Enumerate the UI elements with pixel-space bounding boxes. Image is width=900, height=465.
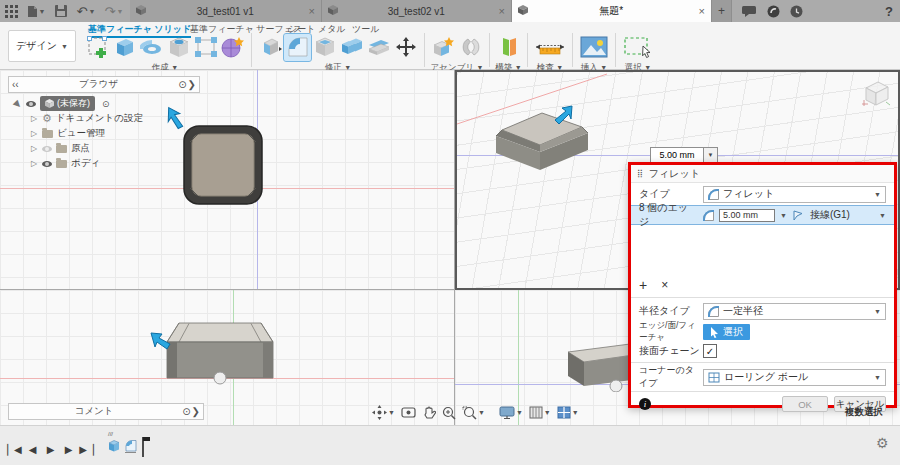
sketch-icon[interactable]	[84, 34, 111, 61]
panel-options-icon[interactable]: ⊙	[178, 79, 186, 90]
construction-plane-icon[interactable]	[495, 34, 522, 61]
add-edge-set-button[interactable]: +	[639, 277, 647, 293]
expand-triangle-icon[interactable]: ▶	[12, 97, 25, 110]
timeline-feature-box[interactable]: ///	[106, 438, 121, 457]
close-tab-icon[interactable]: ×	[499, 5, 505, 17]
app-grid-icon[interactable]	[0, 0, 22, 22]
folder-icon	[56, 160, 67, 168]
design-workspace-dropdown[interactable]: デザイン ▼	[8, 30, 76, 62]
model-canvas[interactable]: ‹‹ ブラウザ ⊙ ❯ ▶ (未保存) ⊙ ▷ ⚙ ドキュメントの設定 ▷	[0, 70, 900, 425]
info-icon[interactable]: i	[639, 398, 651, 410]
new-tab-button[interactable]: +	[712, 0, 732, 22]
form-icon[interactable]	[219, 34, 246, 61]
split-icon[interactable]	[365, 34, 392, 61]
go-to-start-button[interactable]: ▏◀	[6, 444, 22, 455]
tangent-chain-checkbox[interactable]: ✓	[703, 344, 717, 358]
expand-triangle-icon[interactable]: ▷	[30, 144, 38, 153]
dropdown-button[interactable]: ▼	[704, 147, 718, 163]
visibility-eye-off-icon[interactable]	[42, 146, 52, 152]
type-dropdown[interactable]: フィレット ▼	[703, 186, 886, 203]
browser-item-document-settings[interactable]: ▷ ⚙ ドキュメントの設定	[14, 111, 143, 126]
combine-icon[interactable]	[338, 34, 365, 61]
redo-icon[interactable]: ↷▼	[100, 0, 128, 22]
ok-button[interactable]: OK	[782, 396, 828, 412]
zoom-icon[interactable]	[442, 406, 456, 420]
help-icon[interactable]: ?	[878, 0, 900, 22]
document-tab-2[interactable]: 3d_test02 v1 ×	[322, 0, 512, 22]
insert-image-icon[interactable]	[578, 34, 610, 61]
comment-panel[interactable]: コメント ⊙ ❯	[8, 403, 204, 420]
orbit-icon[interactable]: ▼	[372, 405, 395, 420]
panel-options-icon[interactable]: ⊙	[182, 406, 190, 417]
panel-resize-icon[interactable]: ❯	[192, 406, 200, 417]
look-at-icon[interactable]	[401, 406, 416, 419]
fillet-row-icon	[703, 210, 714, 221]
new-component-icon[interactable]	[430, 34, 457, 61]
chevron-down-icon: ▼	[874, 374, 881, 381]
shell-icon[interactable]	[311, 34, 338, 61]
save-icon[interactable]	[50, 0, 72, 22]
fillet-icon[interactable]	[284, 34, 311, 61]
model-top-view[interactable]	[180, 120, 270, 210]
pattern-icon[interactable]	[192, 34, 219, 61]
go-to-end-button[interactable]: ▶▕	[78, 444, 94, 455]
timeline-playhead[interactable]	[140, 436, 150, 462]
revolve-icon[interactable]	[138, 34, 165, 61]
activate-radio-icon[interactable]: ⊙	[102, 99, 110, 109]
timeline-feature-fillet[interactable]	[123, 438, 138, 457]
edge-selection-row[interactable]: 8 個のエッジ 5.00 mm ▼ 接線(G1) ▼	[631, 205, 894, 225]
joint-icon[interactable]	[457, 34, 484, 61]
undo-icon[interactable]: ↶▼	[72, 0, 100, 22]
select-window-icon[interactable]	[621, 34, 655, 61]
grid-settings-icon[interactable]: ▼	[529, 406, 551, 419]
remove-edge-set-button[interactable]: ×	[661, 278, 668, 292]
browser-panel-header[interactable]: ‹‹ ブラウザ ⊙ ❯	[8, 76, 200, 93]
job-status-icon[interactable]	[785, 0, 807, 22]
step-back-button[interactable]: ◀	[24, 444, 40, 455]
select-button[interactable]: 選択	[703, 324, 750, 340]
hole-icon[interactable]	[165, 34, 192, 61]
measure-icon[interactable]	[533, 34, 567, 61]
press-pull-icon[interactable]	[257, 34, 284, 61]
visibility-eye-icon[interactable]	[26, 101, 36, 107]
viewports-icon[interactable]: ▼	[557, 406, 579, 419]
visibility-eye-icon[interactable]	[42, 161, 52, 167]
move-icon[interactable]	[392, 34, 419, 61]
chevron-down-icon[interactable]: ▼	[879, 212, 886, 219]
play-button[interactable]: ▶	[42, 444, 58, 455]
panel-resize-icon[interactable]: ❯	[188, 79, 196, 90]
corner-type-dropdown[interactable]: ローリング ボール ▼	[703, 369, 886, 386]
display-settings-icon[interactable]: ▼	[499, 406, 523, 419]
expand-triangle-icon[interactable]: ▷	[30, 129, 38, 138]
expand-triangle-icon[interactable]: ▷	[30, 114, 38, 123]
radius-type-dropdown[interactable]: 一定半径 ▼	[703, 303, 886, 320]
document-tab-active[interactable]: 無題* ×	[512, 0, 712, 22]
browser-item-origin[interactable]: ▷ 原点	[14, 141, 143, 156]
radius-value-input[interactable]: 5.00 mm	[650, 147, 704, 163]
window-zoom-icon[interactable]: ▼	[462, 406, 485, 420]
dialog-header[interactable]: ⣿ フィレット	[631, 165, 894, 183]
close-tab-icon[interactable]: ×	[699, 5, 705, 17]
browser-item-view-management[interactable]: ▷ ビュー管理	[14, 126, 143, 141]
settings-gear-icon[interactable]: ⚙	[876, 435, 889, 451]
model-perspective-view[interactable]	[488, 100, 598, 178]
close-tab-icon[interactable]: ×	[309, 5, 315, 17]
extrude-icon[interactable]	[111, 34, 138, 61]
browser-root-row[interactable]: ▶ (未保存) ⊙	[14, 96, 143, 111]
model-front-view[interactable]	[160, 315, 288, 390]
step-forward-button[interactable]: ▶	[60, 444, 76, 455]
expand-triangle-icon[interactable]: ▷	[30, 159, 38, 168]
chevron-down-icon[interactable]: ▼	[780, 212, 787, 219]
comments-icon[interactable]	[738, 0, 760, 22]
extensions-icon[interactable]	[762, 0, 784, 22]
browser-item-bodies[interactable]: ▷ ボディ	[14, 156, 143, 171]
collapse-panel-icon[interactable]: ‹‹	[12, 79, 19, 90]
folder-icon	[42, 130, 53, 138]
pan-icon[interactable]	[422, 406, 436, 420]
drag-grip-icon[interactable]: ⣿	[637, 169, 644, 178]
radius-input[interactable]: 5.00 mm	[719, 209, 775, 222]
view-cube[interactable]	[858, 76, 892, 110]
document-tab-1[interactable]: 3d_test01 v1 ×	[130, 0, 322, 22]
file-menu-icon[interactable]: ▼	[22, 0, 50, 22]
root-document-chip[interactable]: (未保存)	[40, 96, 95, 111]
